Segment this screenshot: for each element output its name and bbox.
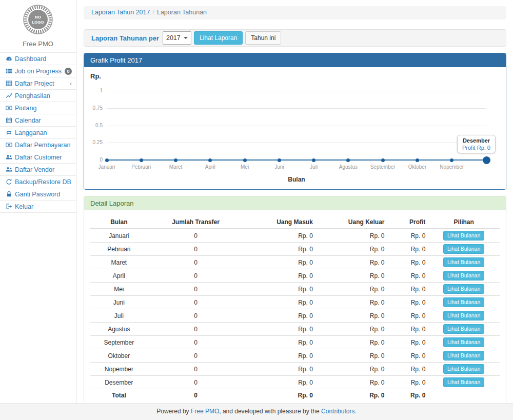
x-axis-tick-label: Juli	[298, 164, 330, 170]
lihat-bulanan-button[interactable]: Lihat Bulanan	[443, 351, 484, 361]
month-cell: Pebruari	[90, 243, 148, 256]
breadcrumb-link[interactable]: Laporan Tahun 2017	[91, 9, 150, 16]
sidebar-item-backup-restore-db[interactable]: Backup/Restore DB	[0, 176, 76, 188]
data-point-maret[interactable]	[174, 158, 177, 162]
sidebar-item-daftar-project[interactable]: Daftar Project	[0, 77, 76, 90]
page: NO LOGO Free PMO DashboardJob on Progres…	[0, 0, 513, 420]
sidebar-item-penghasilan[interactable]: Penghasilan	[0, 90, 76, 102]
chevron-left-icon	[70, 80, 72, 87]
data-point-september[interactable]	[381, 158, 385, 162]
sidebar-item-job-on-progress[interactable]: Job on Progress0	[0, 65, 76, 77]
logo-text-line1: NO	[35, 15, 41, 19]
action-cell: Lihat Bulanan	[428, 336, 500, 349]
value-cell: 0	[148, 296, 244, 309]
sidebar-item-keluar[interactable]: Keluar	[0, 201, 76, 213]
sidebar-item-label: Daftar Vendor	[15, 166, 54, 173]
data-point-pebruari[interactable]	[140, 158, 143, 162]
lihat-bulanan-button[interactable]: Lihat Bulanan	[443, 337, 484, 347]
column-header-jumlah-transfer: Jumlah Transfer	[148, 216, 244, 229]
sidebar-item-label: Daftar Customer	[15, 154, 62, 161]
value-cell: Rp. 0	[387, 296, 428, 309]
sidebar-item-ganti-password[interactable]: Ganti Password	[0, 188, 76, 201]
action-cell: Lihat Bulanan	[428, 309, 500, 323]
profit-chart-panel: Grafik Profit 2017 Rp. Bulan Desember Pr…	[84, 53, 506, 190]
lihat-bulanan-button[interactable]: Lihat Bulanan	[443, 324, 484, 334]
lihat-bulanan-button[interactable]: Lihat Bulanan	[443, 271, 484, 281]
footer-text-prefix: Powered by	[156, 408, 191, 415]
value-cell: 0	[148, 336, 244, 349]
count-badge: 0	[65, 68, 72, 75]
sidebar-item-calendar[interactable]: Calendar	[0, 114, 76, 127]
sidebar-item-dashboard[interactable]: Dashboard	[0, 53, 76, 65]
lihat-bulanan-button[interactable]: Lihat Bulanan	[443, 377, 484, 387]
month-cell: Juni	[90, 296, 148, 309]
data-point-agustus[interactable]	[346, 158, 350, 162]
table-row-januari: Januari0Rp. 0Rp. 0Rp. 0Lihat Bulanan	[90, 229, 500, 243]
lihat-bulanan-button[interactable]: Lihat Bulanan	[443, 231, 484, 241]
footer-link-contributors[interactable]: Contributors	[321, 408, 354, 415]
table-icon	[5, 80, 13, 87]
value-cell: Rp. 0	[387, 283, 428, 296]
sidebar-item-label: Ganti Password	[15, 191, 60, 198]
value-cell: Rp. 0	[315, 349, 387, 363]
action-cell: Lihat Bulanan	[428, 296, 500, 309]
users-icon	[5, 166, 13, 173]
lihat-bulanan-button[interactable]: Lihat Bulanan	[443, 311, 484, 321]
lihat-bulanan-button[interactable]: Lihat Bulanan	[443, 257, 484, 267]
sidebar-item-langganan[interactable]: Langganan	[0, 127, 76, 139]
chart-tooltip: Desember Profit Rp: 0	[457, 135, 496, 153]
x-axis-tick-label: Juni	[263, 164, 295, 170]
month-cell: Oktober	[90, 349, 148, 363]
sidebar-item-piutang[interactable]: Piutang	[0, 102, 76, 114]
value-cell: Rp. 0	[315, 323, 387, 336]
sidebar-item-label: Langganan	[15, 129, 47, 136]
value-cell: Rp. 0	[244, 336, 315, 349]
lihat-bulanan-button[interactable]: Lihat Bulanan	[443, 364, 484, 374]
sidebar-item-daftar-pembayaran[interactable]: Daftar Pembayaran	[0, 139, 76, 151]
value-cell: Rp. 0	[244, 309, 315, 323]
data-point-nopember[interactable]	[450, 158, 453, 162]
value-cell: 0	[148, 376, 244, 389]
dashboard-icon	[5, 55, 13, 62]
lihat-laporan-button[interactable]: Lihat Laporan	[194, 31, 243, 45]
value-cell: Rp. 0	[315, 336, 387, 349]
value-cell: 0	[148, 349, 244, 363]
column-header-uang-keluar: Uang Keluar	[315, 216, 387, 229]
lihat-bulanan-button[interactable]: Lihat Bulanan	[443, 244, 484, 254]
chart-panel-title: Grafik Profit 2017	[84, 53, 506, 67]
report-table: BulanJumlah TransferUang MasukUang Kelua…	[90, 216, 500, 402]
data-point-april[interactable]	[208, 158, 212, 162]
footer-text-middle: , and developed with pleasure by the	[219, 408, 321, 415]
year-select[interactable]: 2017	[163, 31, 191, 45]
x-axis-tick-label: Nopember	[436, 164, 468, 170]
tahun-ini-button[interactable]: Tahun ini	[245, 31, 281, 45]
table-row-april: April0Rp. 0Rp. 0Rp. 0Lihat Bulanan	[90, 269, 500, 283]
sidebar-item-daftar-customer[interactable]: Daftar Customer	[0, 151, 76, 164]
footer-link-free-pmo[interactable]: Free PMO	[191, 408, 219, 415]
value-cell: Rp. 0	[315, 229, 387, 243]
value-cell: Rp. 0	[244, 256, 315, 269]
data-point-juni[interactable]	[278, 158, 281, 162]
value-cell: Rp. 0	[244, 376, 315, 389]
data-point-desember[interactable]	[483, 156, 490, 164]
calendar-icon	[5, 117, 13, 124]
data-point-mei[interactable]	[243, 158, 247, 162]
value-cell: 0	[148, 283, 244, 296]
value-cell: Rp. 0	[387, 363, 428, 376]
money-icon	[5, 142, 13, 148]
x-axis-tick-label: Mei	[228, 164, 261, 170]
caret-down-icon	[184, 37, 188, 39]
value-cell: Rp. 0	[244, 349, 315, 363]
lihat-bulanan-button[interactable]: Lihat Bulanan	[443, 297, 484, 307]
data-point-januari[interactable]	[105, 158, 109, 162]
column-header-pilihan: Pilihan	[428, 216, 500, 229]
column-header-uang-masuk: Uang Masuk	[244, 216, 315, 229]
value-cell: Rp. 0	[387, 349, 428, 363]
data-point-juli[interactable]	[312, 158, 315, 162]
sidebar-item-daftar-vendor[interactable]: Daftar Vendor	[0, 164, 76, 176]
value-cell: 0	[148, 243, 244, 256]
lihat-bulanan-button[interactable]: Lihat Bulanan	[443, 284, 484, 294]
action-cell: Lihat Bulanan	[428, 283, 500, 296]
chart-gridline	[107, 108, 486, 109]
data-point-oktober[interactable]	[416, 158, 419, 162]
